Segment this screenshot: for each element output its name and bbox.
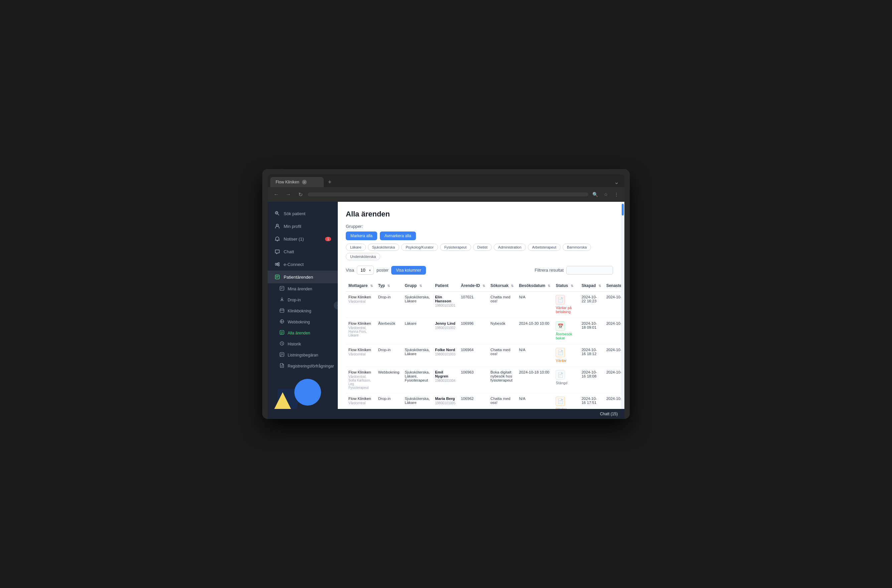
- cell-status: 📄 Väntar: [553, 345, 579, 367]
- forward-button[interactable]: →: [283, 190, 293, 199]
- mottagare-name: Flow Kliniken: [348, 295, 373, 299]
- browser-tab[interactable]: Flow Kliniken ✕: [270, 177, 324, 187]
- cell-patient: Jenny Lind 19800101002: [432, 318, 458, 345]
- col-skapad[interactable]: Skapad ⇅: [579, 280, 604, 292]
- patient-name: Jenny Lind: [435, 321, 455, 326]
- sidebar-item-e-connect[interactable]: e-Connect: [268, 258, 338, 271]
- col-typ[interactable]: Typ ⇅: [375, 280, 402, 292]
- groups-label: Grupper:: [346, 224, 613, 229]
- sidebar-item-sok-patient[interactable]: Sök patient: [268, 207, 338, 220]
- menu-icon[interactable]: ⋮: [612, 190, 621, 198]
- patient-name: Elin Hansson: [435, 295, 455, 303]
- col-sokorsak[interactable]: Sökorsak ⇅: [488, 280, 516, 292]
- col-arende-id[interactable]: Ärende-ID ⇅: [458, 280, 488, 292]
- tab-close-button[interactable]: ✕: [302, 180, 307, 184]
- group-tag-lakare[interactable]: Läkare: [346, 243, 366, 251]
- svg-rect-6: [275, 275, 279, 279]
- group-tag-psykolog[interactable]: Psykolog/Kurator: [401, 243, 438, 251]
- svg-point-2: [276, 224, 278, 226]
- sidebar-sub-label-alla-arenden: Alla ärenden: [288, 331, 310, 335]
- cell-grupp: Läkare: [402, 318, 432, 345]
- sort-skapad-icon: ⇅: [598, 284, 601, 288]
- chat-badge[interactable]: Chatt (15): [268, 409, 624, 419]
- cell-skapad: 2024-10-16 17:51: [579, 393, 604, 409]
- group-tag-barnmorska[interactable]: Barnmorska: [562, 243, 591, 251]
- group-tag-sjukskoterska[interactable]: Sjuksköterska: [368, 243, 399, 251]
- bookmark-icon[interactable]: ☆: [602, 190, 610, 198]
- cell-grupp: Sjuksköterska, Läkare: [402, 393, 432, 409]
- svg-rect-3: [275, 263, 277, 265]
- cell-grupp: Sjuksköterska, Läkare: [402, 292, 432, 318]
- sidebar-sub-listningsbegaran[interactable]: Listningsbegäran: [268, 350, 338, 360]
- sidebar-item-min-profil[interactable]: Min profil: [268, 220, 338, 232]
- group-tag-underskoterska[interactable]: Undersköterska: [346, 253, 380, 260]
- data-table: Mottagare ⇅ Typ ⇅ Grupp ⇅ Patient Ärende…: [346, 280, 621, 409]
- group-tag-fysio[interactable]: Fysioterapeut: [440, 243, 471, 251]
- address-bar[interactable]: [308, 192, 588, 196]
- cell-mottagare: Flow Kliniken Vårdcentral: [346, 292, 375, 318]
- sidebar-sub-label-mina-arenden: Mina ärenden: [288, 286, 312, 291]
- col-mottagare[interactable]: Mottagare ⇅: [346, 280, 375, 292]
- cell-grupp: Sjuksköterska, Läkare, Fysioterapeut: [402, 367, 432, 393]
- svg-point-13: [280, 356, 281, 356]
- scrollbar[interactable]: [621, 202, 624, 409]
- col-grupp[interactable]: Grupp ⇅: [402, 280, 432, 292]
- status-badge: Stängd: [556, 380, 567, 386]
- sidebar-sub-alla-arenden[interactable]: Alla ärenden: [268, 327, 338, 338]
- group-tag-admin[interactable]: Administration: [494, 243, 526, 251]
- sidebar-label-e-connect: e-Connect: [283, 262, 304, 267]
- cell-senaste-handelse: 2024-10-22 16:23: [604, 292, 621, 318]
- cell-status: 📅 Återbesök bokat: [553, 318, 579, 345]
- col-besoksdatum[interactable]: Besöksdatum ⇅: [516, 280, 553, 292]
- col-status[interactable]: Status ⇅: [553, 280, 579, 292]
- reload-button[interactable]: ↻: [296, 190, 305, 199]
- markera-alla-button[interactable]: Markera alla: [346, 231, 377, 240]
- sidebar-sub-mina-arenden[interactable]: Mina ärenden: [268, 283, 338, 294]
- patient-name: Folke Nord: [435, 348, 455, 352]
- status-badge: Väntar på betalning: [556, 305, 576, 314]
- col-patient: Patient: [432, 280, 458, 292]
- sidebar-sub-klinikbokning[interactable]: Klinikbokning: [268, 305, 338, 316]
- status-icon: 📄: [556, 370, 565, 380]
- cell-typ: Drop-in: [375, 345, 402, 367]
- cell-senaste-handelse: 2024-10-16 17:51: [604, 393, 621, 409]
- filter-input[interactable]: [566, 266, 613, 274]
- sidebar-item-notiser[interactable]: Notiser (1) 1: [268, 232, 338, 245]
- cell-typ: Återbesök: [375, 318, 402, 345]
- status-icon: 📄: [556, 397, 565, 406]
- cell-mottagare: Flow Kliniken Vårdcentral: [346, 345, 375, 367]
- zoom-icon[interactable]: 🔍: [591, 190, 599, 198]
- tab-menu-button[interactable]: ⌄: [614, 178, 622, 186]
- cell-senaste-handelse: 2024-10-18 09:01: [604, 318, 621, 345]
- svg-point-0: [275, 212, 278, 214]
- avmarkera-alla-button[interactable]: Avmarkera alla: [380, 231, 416, 240]
- cell-patient: Emil Nygren 19800101004: [432, 367, 458, 393]
- per-page-select[interactable]: 10 25 50: [357, 266, 374, 274]
- table-row: Flow Kliniken Vårdcentral Drop-in Sjuksk…: [346, 345, 621, 367]
- cell-arende-id: 106963: [458, 367, 488, 393]
- cell-besoksdatum: N/A: [516, 292, 553, 318]
- cell-mottagare: Flow Kliniken Vårdcentral, Hanna Fors, L…: [346, 318, 375, 345]
- sidebar-item-patientarenden[interactable]: Patientärenden: [268, 271, 338, 283]
- patient-id: 19800101001: [435, 304, 455, 308]
- back-button[interactable]: ←: [271, 190, 281, 199]
- cell-besoksdatum: 2024-10-30 10:00: [516, 318, 553, 345]
- filter-section: Filtrera resultat: [535, 266, 613, 274]
- sidebar-sub-webbokning[interactable]: Webbokning: [268, 316, 338, 327]
- group-tag-arbets[interactable]: Arbetsterapeut: [528, 243, 561, 251]
- sidebar-sub-drop-in[interactable]: Drop-in: [268, 294, 338, 305]
- col-senaste-handelse[interactable]: Senaste händelse ⇅: [604, 280, 621, 292]
- group-tag-dietist[interactable]: Dietist: [473, 243, 492, 251]
- cell-besoksdatum: 2024-10-18 10:00: [516, 367, 553, 393]
- cell-sokorsak: Chatta med oss!: [488, 292, 516, 318]
- new-tab-button[interactable]: +: [325, 177, 334, 187]
- sidebar-item-chatt[interactable]: Chatt: [268, 245, 338, 258]
- groups-buttons: Markera alla Avmarkera alla: [346, 231, 613, 240]
- sidebar-sub-historik[interactable]: Historik: [268, 338, 338, 350]
- sidebar-label-chatt: Chatt: [283, 249, 294, 254]
- main-with-scroll: Alla ärenden Grupper: Markera alla Avmar…: [338, 202, 624, 409]
- mottagare-sub: Vårdcentral: [348, 352, 373, 356]
- visa-kolumner-button[interactable]: Visa kolumner: [391, 266, 426, 274]
- status-icon: 📅: [556, 321, 565, 331]
- sidebar: Sök patient Min profil Notiser (1) 1: [268, 202, 338, 409]
